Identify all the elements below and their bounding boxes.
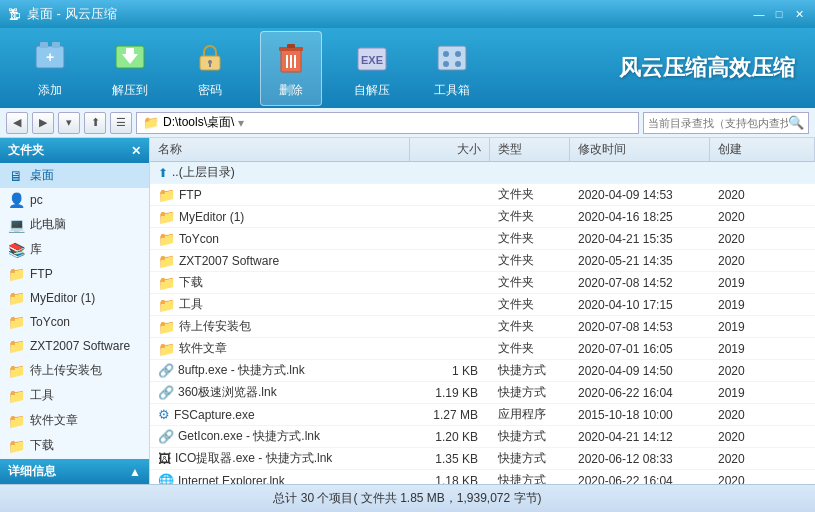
table-row[interactable]: 📁 FTP 文件夹 2020-04-09 14:53 2020 [150,184,815,206]
tools-label: 工具箱 [434,82,470,99]
sidebar-item-myeditor[interactable]: 📁 MyEditor (1) [0,286,149,310]
file-icon: 📁 [158,231,175,247]
file-name: 工具 [179,296,203,313]
cell-name: 📁 ToYcon [150,231,410,247]
view-button[interactable]: ☰ [110,112,132,134]
table-row[interactable]: 🖼 ICO提取器.exe - 快捷方式.lnk 1.35 KB 快捷方式 202… [150,448,815,470]
cell-modified: 2020-06-12 08:33 [570,452,710,466]
sidebar-item-toycon[interactable]: 📁 ToYcon [0,310,149,334]
col-header-created[interactable]: 创建 [710,138,815,161]
cell-created: 2020 [710,408,815,422]
sidebar-item-download[interactable]: 📁 下载 [0,433,149,458]
file-icon: 📁 [158,209,175,225]
toolbar-extract[interactable]: 解压到 [100,32,160,105]
cell-type: 快捷方式 [490,428,570,445]
cell-created: 2019 [710,276,815,290]
sidebar-item-ftp[interactable]: 📁 FTP [0,262,149,286]
sidebar-item-mypc[interactable]: 💻 此电脑 [0,212,149,237]
toolbar-delete[interactable]: 删除 [260,31,322,106]
cell-modified: 2015-10-18 10:00 [570,408,710,422]
sidebar: 文件夹 ✕ 🖥 桌面 👤 pc 💻 此电脑 📚 库 📁 FTP [0,138,150,484]
titlebar-title: 🗜 桌面 - 风云压缩 [8,5,117,23]
cell-name: 🔗 360极速浏览器.lnk [150,384,410,401]
sidebar-software-label: 软件文章 [30,412,78,429]
table-row[interactable]: 📁 MyEditor (1) 文件夹 2020-04-16 18:25 2020 [150,206,815,228]
table-row[interactable]: 🔗 360极速浏览器.lnk 1.19 KB 快捷方式 2020-06-22 1… [150,382,815,404]
up-button[interactable]: ⬆ [84,112,106,134]
sidebar-item-pending[interactable]: 📁 待上传安装包 [0,358,149,383]
table-row[interactable]: 📁 待上传安装包 文件夹 2020-07-08 14:53 2019 [150,316,815,338]
address-path[interactable]: 📁 D:\tools\桌面\ ▾ [136,112,639,134]
svg-text:+: + [46,49,54,65]
sidebar-item-software[interactable]: 📁 软件文章 [0,408,149,433]
table-row[interactable]: 📁 软件文章 文件夹 2020-07-01 16:05 2019 [150,338,815,360]
details-arrow[interactable]: ▲ [129,465,141,479]
sidebar-close-button[interactable]: ✕ [131,144,141,158]
file-icon: 🔗 [158,429,174,444]
cell-name: 🌐 Internet Explorer.lnk [150,473,410,484]
svg-rect-8 [209,63,211,67]
download-icon: 📁 [8,438,24,454]
table-row[interactable]: ⬆ ..(上层目录) [150,162,815,184]
cell-type: 文件夹 [490,296,570,313]
cell-created: 2019 [710,298,815,312]
col-header-size[interactable]: 大小 [410,138,490,161]
password-icon [190,38,230,78]
svg-point-18 [443,51,449,57]
svg-rect-11 [287,44,295,48]
cell-modified: 2020-04-10 17:15 [570,298,710,312]
file-icon: 📁 [158,253,175,269]
close-button[interactable]: ✕ [791,6,807,22]
tools-sidebar-icon: 📁 [8,388,24,404]
minimize-button[interactable]: — [751,6,767,22]
cell-modified: 2020-04-21 15:35 [570,232,710,246]
table-row[interactable]: 🔗 GetIcon.exe - 快捷方式.lnk 1.20 KB 快捷方式 20… [150,426,815,448]
sidebar-item-tools[interactable]: 📁 工具 [0,383,149,408]
sidebar-item-zxt[interactable]: 📁 ZXT2007 Software [0,334,149,358]
sidebar-item-library[interactable]: 📚 库 [0,237,149,262]
cell-created: 2020 [710,188,815,202]
search-button[interactable]: 🔍 [788,115,804,130]
table-row[interactable]: 🔗 8uftp.exe - 快捷方式.lnk 1 KB 快捷方式 2020-04… [150,360,815,382]
maximize-button[interactable]: □ [771,6,787,22]
col-header-type[interactable]: 类型 [490,138,570,161]
file-icon: 📁 [158,275,175,291]
dropdown-btn[interactable]: ▾ [58,112,80,134]
sidebar-desktop-label: 桌面 [30,167,54,184]
file-icon: 🔗 [158,385,174,400]
cell-size: 1 KB [410,364,490,378]
col-header-name[interactable]: 名称 [150,138,410,161]
table-row[interactable]: 📁 ToYcon 文件夹 2020-04-21 15:35 2020 [150,228,815,250]
toolbar-selfextract[interactable]: EXE 自解压 [342,32,402,105]
pc-icon: 👤 [8,192,24,208]
title-text: 桌面 - 风云压缩 [27,5,117,23]
filelist: 名称 大小 类型 修改时间 创建 ⬆ ..(上层目录) 📁 [150,138,815,484]
zxt-icon: 📁 [8,338,24,354]
sidebar-ftp-label: FTP [30,267,53,281]
table-row[interactable]: 📁 工具 文件夹 2020-04-10 17:15 2019 [150,294,815,316]
table-row[interactable]: 📁 ZXT2007 Software 文件夹 2020-05-21 14:35 … [150,250,815,272]
forward-button[interactable]: ▶ [32,112,54,134]
delete-label: 删除 [279,82,303,99]
cell-size: 1.19 KB [410,386,490,400]
toolbar-tools[interactable]: 工具箱 [422,32,482,105]
toolbar-password[interactable]: 密码 [180,32,240,105]
selfextract-label: 自解压 [354,82,390,99]
details-label: 详细信息 [8,463,56,480]
table-row[interactable]: 📁 下载 文件夹 2020-07-08 14:52 2019 [150,272,815,294]
sidebar-item-pc[interactable]: 👤 pc [0,188,149,212]
back-button[interactable]: ◀ [6,112,28,134]
toolbar-add[interactable]: + 添加 [20,32,80,105]
cell-name: 📁 待上传安装包 [150,318,410,335]
cell-created: 2019 [710,320,815,334]
search-input[interactable] [648,117,788,129]
cell-type: 文件夹 [490,274,570,291]
table-row[interactable]: ⚙ FSCapture.exe 1.27 MB 应用程序 2015-10-18 … [150,404,815,426]
col-header-modified[interactable]: 修改时间 [570,138,710,161]
delete-icon [271,38,311,78]
sidebar-details-header: 详细信息 ▲ [0,459,149,484]
sidebar-item-desktop[interactable]: 🖥 桌面 [0,163,149,188]
cell-name: ⚙ FSCapture.exe [150,407,410,422]
cell-name: 🖼 ICO提取器.exe - 快捷方式.lnk [150,450,410,467]
table-row[interactable]: 🌐 Internet Explorer.lnk 1.18 KB 快捷方式 202… [150,470,815,484]
